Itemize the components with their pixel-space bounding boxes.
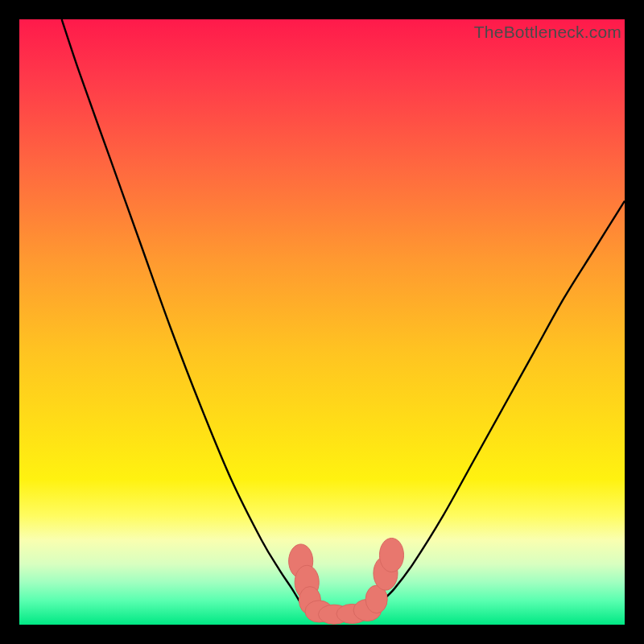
chart-frame: TheBottleneck.com — [0, 0, 644, 644]
curve-left — [62, 19, 301, 604]
watermark-text: TheBottleneck.com — [474, 23, 621, 42]
bottleneck-curve-svg — [19, 19, 625, 625]
plot-area — [19, 19, 625, 625]
marker-dot — [379, 538, 403, 572]
marker-group — [289, 538, 404, 624]
curve-right — [382, 201, 625, 601]
